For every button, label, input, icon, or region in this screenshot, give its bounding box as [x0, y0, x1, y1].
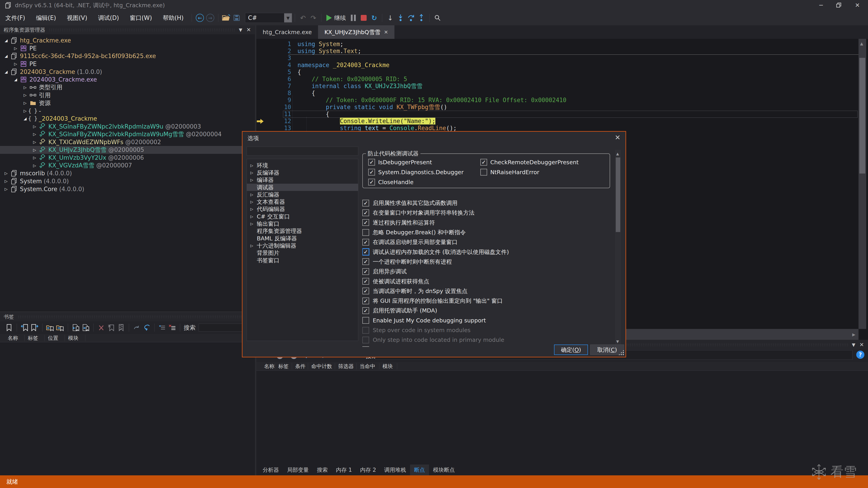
collapse-icon[interactable]: ◢ [12, 77, 20, 82]
checkbox[interactable]: ✓ [368, 179, 375, 186]
options-category-13[interactable]: 书签窗口 [247, 257, 358, 264]
tree-item[interactable]: ▷类型引用 [0, 84, 255, 92]
tree-item[interactable]: ▷引用 [0, 91, 255, 99]
bottom-tab-5[interactable]: 调用堆栈 [380, 464, 410, 475]
next-bookmark-icon[interactable] [30, 324, 39, 331]
anti-detect-checkbox-3[interactable]: NtRaiseHardError [480, 169, 539, 175]
bottom-tab-4[interactable]: 内存 2 [356, 464, 380, 475]
bottom-tab-2[interactable]: 搜索 [313, 464, 332, 475]
checkbox[interactable]: ✓ [368, 159, 375, 166]
tree-item[interactable]: ▷KX_UmVzb3VyY2Ux @02000006 [0, 154, 255, 162]
tree-item[interactable]: ◢htg_Crackme.exe [0, 37, 255, 44]
close-button[interactable]: ✕ [855, 2, 860, 8]
options-category-2[interactable]: ▷编译器 [247, 176, 358, 184]
column-header-6[interactable]: 模块 [379, 363, 397, 369]
debugger-option-4[interactable]: ✓在调试器启动时显示局部变量窗口 [362, 237, 609, 247]
debugger-option-10[interactable]: ✓将 GUI 应用程序的控制台输出重定向到 "输出" 窗口 [362, 296, 609, 306]
options-category-4[interactable]: ▷反汇编器 [247, 191, 358, 198]
checkbox[interactable]: ✓ [362, 297, 369, 304]
dialog-scrollbar[interactable]: ▲ ▼ [615, 150, 621, 346]
checkbox[interactable]: ✓ [362, 200, 369, 206]
expand-icon[interactable]: ▷ [247, 207, 257, 211]
tree-item[interactable]: ▷KX_SGlnaFByZWNpc2lvbkRpdmlzaW9u @020000… [0, 123, 255, 131]
debugger-option-9[interactable]: ✓当调试器中断时，为 dnSpy 设置焦点 [362, 286, 609, 296]
tree-item[interactable]: ▷System (4.0.0.0) [0, 177, 255, 185]
document-tab-1[interactable]: KX_UHJvZ3JhbQ雪雪✕ [318, 25, 395, 39]
restore-button[interactable] [836, 2, 842, 8]
stop-icon[interactable] [359, 13, 369, 23]
checkbox[interactable] [362, 337, 369, 344]
search-icon[interactable] [432, 13, 442, 23]
close-panel-icon[interactable]: ✕ [860, 341, 864, 348]
bottom-tab-1[interactable]: 局部变量 [283, 464, 313, 475]
continue-button[interactable]: 继续 [324, 14, 348, 22]
column-header-3[interactable]: 命中计数 [308, 363, 335, 369]
bottom-tab-6[interactable]: 断点 [410, 464, 429, 475]
bookmarks-empty-list[interactable] [0, 342, 255, 478]
scroll-up-icon[interactable]: ▲ [860, 41, 863, 46]
options-category-7[interactable]: ▷C# 交互窗口 [247, 213, 358, 220]
expand-icon[interactable]: ▷ [247, 163, 257, 168]
tab-close-icon[interactable]: ✕ [384, 29, 388, 35]
chevron-down-icon[interactable]: ▼ [239, 27, 242, 33]
ok-button[interactable]: 确定(O) [554, 345, 588, 355]
undo-icon[interactable]: ↶ [298, 13, 308, 23]
collapse-icon[interactable]: ◢ [21, 116, 29, 121]
bottom-tab-7[interactable]: 模块断点 [429, 464, 459, 475]
expand-icon[interactable]: ▷ [247, 193, 257, 197]
scroll-down-icon[interactable]: ▼ [616, 339, 619, 344]
expand-icon[interactable]: ▷ [2, 179, 10, 184]
chevron-down-icon[interactable]: ▼ [852, 342, 855, 348]
expand-icon[interactable]: ▷ [21, 93, 29, 97]
bookmarks-search-input[interactable] [199, 324, 248, 332]
dialog-search-input[interactable] [247, 147, 358, 156]
cancel-button[interactable]: 取消(C) [590, 345, 624, 355]
prev-file-bookmark-icon[interactable] [71, 324, 81, 331]
tree-item[interactable]: ▷PE [0, 60, 255, 68]
forward-icon[interactable]: → [205, 13, 215, 23]
column-header-0[interactable]: 名称 [261, 363, 275, 369]
scroll-up-icon[interactable]: ▲ [616, 152, 619, 156]
pause-icon[interactable] [348, 13, 359, 23]
prev-bookmark-icon[interactable] [20, 324, 30, 331]
tree-item[interactable]: ◢{ }_2024003_Crackme [0, 115, 255, 123]
save-icon[interactable] [231, 13, 242, 23]
minimize-button[interactable]: ─ [819, 2, 823, 8]
scroll-right-icon[interactable]: ▶ [852, 332, 855, 337]
column-header-1[interactable]: 标签 [275, 363, 292, 369]
undo-icon[interactable] [142, 324, 152, 331]
debugger-option-12[interactable]: Enable Just My Code debugging support [362, 316, 609, 325]
expand-icon[interactable]: ▷ [31, 163, 38, 168]
restart-icon[interactable]: ↻ [369, 13, 379, 23]
tree-item[interactable]: ▷KX_VGVzdA雪雪 @02000007 [0, 162, 255, 170]
checkbox[interactable]: ✓ [362, 258, 369, 265]
show-next-statement-icon[interactable]: ↓ [385, 13, 395, 23]
expand-icon[interactable]: ▷ [31, 132, 38, 136]
delete-bookmark-icon[interactable] [96, 324, 106, 331]
expand-icon[interactable]: ▷ [31, 124, 38, 129]
column-header-2[interactable]: 位置 [45, 335, 65, 341]
options-category-8[interactable]: ▷输出窗口 [247, 220, 358, 227]
step-out-icon[interactable] [416, 13, 427, 23]
column-header-3[interactable]: 模块 [65, 335, 86, 341]
prev-folder-bookmark-icon[interactable] [45, 324, 55, 331]
language-combobox[interactable]: C# ▼ [245, 13, 292, 23]
scrollbar-thumb[interactable] [616, 158, 620, 232]
redo-icon[interactable]: ↷ [308, 13, 318, 23]
document-tab-0[interactable]: htg_Crackme.exe [256, 25, 318, 39]
expand-icon[interactable]: ▷ [21, 101, 29, 105]
options-category-11[interactable]: ▷十六进制编辑器 [247, 242, 358, 249]
tree-item[interactable]: ▷KX_SGlnaFByZWNpc2lvbkRpdmlzaW9uMg雪雪 @02… [0, 130, 255, 138]
next-file-bookmark-icon[interactable] [81, 324, 91, 331]
debugger-option-2[interactable]: ✓逐过程执行属性和运算符 [362, 218, 609, 228]
expand-icon[interactable]: ▷ [247, 215, 257, 219]
close-panel-icon[interactable]: ✕ [246, 27, 251, 33]
back-icon[interactable]: ← [195, 13, 205, 23]
tree-item[interactable]: ▷System.Core (4.0.0.0) [0, 185, 255, 193]
tree-item[interactable]: ▷{ }- [0, 107, 255, 115]
expand-icon[interactable]: ▷ [247, 170, 257, 175]
next-folder-bookmark-icon[interactable] [55, 324, 65, 331]
debugger-option-0[interactable]: ✓启用属性求值和其它隐式函数调用 [362, 198, 609, 208]
checkbox[interactable]: ✓ [362, 239, 369, 246]
debugger-option-11[interactable]: ✓启用托管调试助手 (MDA) [362, 306, 609, 315]
